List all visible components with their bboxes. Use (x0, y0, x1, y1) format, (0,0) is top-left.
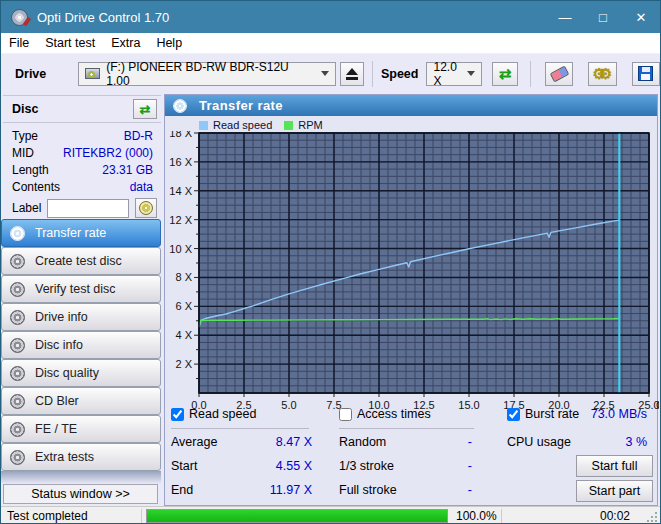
rpm-legend-swatch (284, 121, 293, 130)
disc-field-value[interactable]: data (130, 180, 153, 194)
cd-icon (10, 366, 25, 381)
cd-icon (10, 254, 25, 269)
disc-label-input[interactable] (47, 199, 129, 218)
access-times-section-header: Access times (339, 407, 431, 421)
menu-help[interactable]: Help (148, 33, 190, 53)
gears-icon: ⚙⚙ (593, 66, 613, 81)
menu-file[interactable]: File (1, 33, 37, 53)
minimize-button[interactable]: — (546, 1, 584, 33)
sidebar-item-verify-test-disc[interactable]: Verify test disc (1, 275, 161, 303)
random-row: Random - (339, 435, 472, 449)
disc-row-length: Length 23.31 GB (3, 161, 161, 178)
read-speed-section-header: Read speed (171, 407, 256, 421)
title-bar: Opti Drive Control 1.70 — □ ✕ (1, 1, 660, 33)
maximize-button[interactable]: □ (584, 1, 622, 33)
transfer-rate-chart: 2 X4 X6 X8 X10 X12 X14 X16 X18 X0.02.55.… (165, 131, 659, 413)
burst-rate-section-header: Burst rate 73.0 MB/s (507, 407, 647, 421)
start-full-button[interactable]: Start full (576, 455, 653, 477)
stat-value: 11.97 X (270, 483, 312, 497)
sidebar-item-label: Drive info (35, 310, 88, 324)
panel-title: Transfer rate (199, 98, 283, 113)
refresh-speeds-button[interactable]: ⇄ (492, 62, 518, 86)
stat-label: End (171, 483, 193, 497)
drive-select-value: (F:) PIONEER BD-RW BDR-S12U 1.00 (106, 60, 315, 88)
eject-button[interactable] (340, 62, 364, 86)
sidebar-item-fe-te[interactable]: FE / TE (1, 415, 161, 443)
statusbar-separator (501, 509, 502, 523)
stat-label: Start (171, 459, 197, 473)
average-row: Average 8.47 X (171, 435, 312, 449)
sidebar-item-transfer-rate[interactable]: Transfer rate (1, 219, 161, 247)
access-times-checkbox[interactable] (339, 408, 352, 421)
rpm-legend-label: RPM (298, 119, 322, 131)
drive-select[interactable]: (F:) PIONEER BD-RW BDR-S12U 1.00 (78, 62, 336, 86)
stat-value: 3 % (625, 435, 647, 449)
sidebar-item-label: Verify test disc (35, 282, 116, 296)
stat-label: 1/3 stroke (339, 459, 394, 473)
read-speed-checkbox[interactable] (171, 408, 184, 421)
sidebar-item-label: Create test disc (35, 254, 122, 268)
resize-grip-icon[interactable] (646, 511, 658, 523)
read-speed-legend-label: Read speed (213, 119, 272, 131)
svg-text:12 X: 12 X (169, 214, 192, 226)
sidebar-item-disc-info[interactable]: Disc info (1, 331, 161, 359)
disc-field-label: MID (12, 146, 34, 160)
stat-label: CPU usage (507, 435, 571, 449)
cd-icon (10, 450, 25, 465)
speed-label: Speed (381, 67, 419, 81)
window-title: Opti Drive Control 1.70 (37, 10, 169, 25)
refresh-disc-button[interactable]: ⇄ (133, 99, 157, 119)
status-text: Test completed (7, 509, 88, 523)
disc-row-type: Type BD-R (3, 127, 161, 144)
cd-icon (10, 310, 25, 325)
sidebar-item-cd-bler[interactable]: CD Bler (1, 387, 161, 415)
sidebar-item-create-test-disc[interactable]: Create test disc (1, 247, 161, 275)
menu-start-test[interactable]: Start test (37, 33, 103, 53)
sidebar-item-drive-info[interactable]: Drive info (1, 303, 161, 331)
cd-icon (10, 422, 25, 437)
disc-row-mid: MID RITEKBR2 (000) (3, 144, 161, 161)
menu-extra[interactable]: Extra (103, 33, 148, 53)
write-label-button[interactable] (135, 198, 157, 218)
results-panel: Read speed Average 8.47 X Start 4.55 X E… (165, 407, 657, 507)
sidebar-item-label: Transfer rate (35, 226, 106, 240)
erase-disc-button[interactable] (545, 62, 573, 86)
stat-value: 4.55 X (276, 459, 312, 473)
disc-row-contents: Contents data (3, 178, 161, 195)
app-disc-icon (11, 9, 28, 26)
disc-panel-title: Disc (12, 102, 38, 116)
start-part-button[interactable]: Start part (576, 480, 653, 502)
close-button[interactable]: ✕ (622, 1, 660, 33)
svg-text:16 X: 16 X (169, 156, 192, 168)
svg-text:10 X: 10 X (169, 243, 192, 255)
burst-rate-checkbox[interactable] (507, 408, 520, 421)
speed-select-value: 12.0 X (433, 60, 460, 88)
stat-label: Random (339, 435, 386, 449)
sidebar-item-label: Disc info (35, 338, 83, 352)
start-row: Start 4.55 X (171, 459, 312, 473)
refresh-icon: ⇄ (140, 103, 151, 116)
progress-bar (146, 509, 448, 523)
cd-icon (10, 282, 25, 297)
elapsed-time: 00:02 (600, 509, 630, 523)
svg-text:6 X: 6 X (175, 300, 192, 312)
full-stroke-row: Full stroke - (339, 483, 472, 497)
svg-text:14 X: 14 X (169, 185, 192, 197)
progress-percent: 100.0% (456, 509, 497, 523)
chevron-down-icon (321, 71, 329, 76)
drive-label: Drive (15, 67, 46, 81)
stat-value: 8.47 X (276, 435, 312, 449)
speed-select[interactable]: 12.0 X (426, 62, 481, 86)
settings-button[interactable]: ⚙⚙ (588, 62, 616, 86)
app-window: Opti Drive Control 1.70 — □ ✕ File Start… (0, 0, 661, 524)
cd-icon (10, 226, 25, 241)
sidebar-item-extra-tests[interactable]: Extra tests (1, 443, 161, 471)
progress-fill (147, 510, 447, 522)
burst-rate-checkbox-label: Burst rate (525, 407, 579, 421)
status-window-button[interactable]: Status window >> (3, 484, 158, 504)
disc-field-label: Type (12, 129, 38, 143)
save-button[interactable] (632, 62, 660, 86)
stat-value: - (468, 483, 472, 497)
toolbar-separator (530, 61, 531, 87)
sidebar-item-disc-quality[interactable]: Disc quality (1, 359, 161, 387)
